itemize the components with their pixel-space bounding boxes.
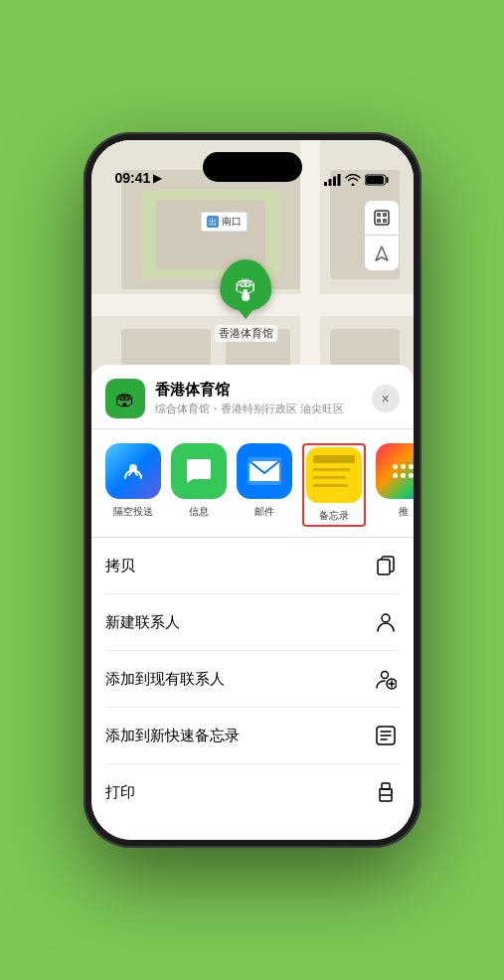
copy-icon bbox=[372, 552, 400, 579]
status-time: 09:41 ▶ bbox=[115, 170, 162, 186]
svg-rect-0 bbox=[324, 182, 327, 186]
note-icon bbox=[372, 722, 400, 749]
location-button[interactable] bbox=[364, 236, 400, 271]
map-south-entrance: 出 南口 bbox=[201, 212, 248, 232]
sheet-header: 🏟 香港体育馆 综合体育馆・香港特别行政区 油尖旺区 × bbox=[91, 365, 414, 429]
bottom-sheet: 🏟 香港体育馆 综合体育馆・香港特别行政区 油尖旺区 × bbox=[91, 365, 414, 840]
close-button[interactable]: × bbox=[372, 385, 400, 412]
airdrop-label: 隔空投送 bbox=[113, 505, 153, 519]
status-icons bbox=[324, 174, 390, 186]
new-contact-label: 新建联系人 bbox=[105, 613, 180, 632]
svg-rect-1 bbox=[328, 179, 331, 186]
more-label: 推 bbox=[399, 505, 409, 519]
svg-point-26 bbox=[381, 672, 388, 679]
person-add-icon bbox=[372, 665, 400, 693]
svg-rect-24 bbox=[378, 560, 390, 574]
messages-label: 信息 bbox=[189, 505, 209, 519]
location-arrow-icon bbox=[373, 245, 391, 262]
svg-rect-18 bbox=[383, 213, 387, 217]
share-airdrop[interactable]: 隔空投送 bbox=[105, 443, 161, 527]
venue-icon: 🏟 bbox=[105, 379, 145, 418]
svg-rect-35 bbox=[382, 783, 390, 789]
svg-rect-17 bbox=[377, 213, 381, 217]
action-print[interactable]: 打印 bbox=[105, 764, 400, 820]
battery-icon bbox=[365, 174, 390, 186]
share-notes[interactable]: 备忘录 bbox=[302, 443, 366, 527]
share-mail[interactable]: 邮件 bbox=[237, 443, 292, 527]
action-add-contact[interactable]: 添加到现有联系人 bbox=[105, 651, 400, 708]
map-label-text: 南口 bbox=[222, 215, 242, 229]
map-layers-icon bbox=[373, 209, 391, 227]
marker-label: 香港体育馆 bbox=[215, 325, 277, 342]
copy-label: 拷贝 bbox=[105, 557, 135, 575]
action-new-contact[interactable]: 新建联系人 bbox=[105, 594, 400, 651]
svg-rect-19 bbox=[377, 219, 381, 223]
signal-icon bbox=[324, 174, 341, 186]
map-label-icon: 出 bbox=[207, 216, 219, 228]
map-layers-button[interactable] bbox=[364, 200, 400, 236]
wifi-icon bbox=[345, 174, 361, 186]
svg-rect-20 bbox=[383, 219, 387, 223]
dynamic-island bbox=[203, 152, 302, 182]
svg-point-25 bbox=[382, 614, 390, 622]
share-apps-row: 隔空投送 信息 bbox=[91, 429, 414, 538]
quick-note-label: 添加到新快速备忘录 bbox=[105, 727, 240, 745]
mail-label: 邮件 bbox=[254, 505, 274, 519]
notes-label: 备忘录 bbox=[319, 509, 349, 523]
venue-subtitle: 综合体育馆・香港特别行政区 油尖旺区 bbox=[155, 402, 372, 416]
svg-rect-5 bbox=[366, 176, 384, 184]
marker-dot bbox=[242, 293, 250, 301]
airdrop-icon bbox=[105, 443, 161, 499]
mail-icon bbox=[237, 443, 292, 499]
more-icon bbox=[376, 443, 414, 499]
print-label: 打印 bbox=[105, 783, 135, 802]
action-list: 拷贝 新建联系人 bbox=[91, 538, 414, 820]
location-marker: 🏟 香港体育馆 bbox=[215, 259, 277, 342]
messages-icon bbox=[171, 443, 227, 499]
svg-rect-2 bbox=[333, 177, 336, 187]
time-display: 09:41 bbox=[115, 170, 151, 186]
phone-frame: 09:41 ▶ bbox=[84, 132, 421, 848]
svg-rect-34 bbox=[380, 795, 392, 801]
svg-point-36 bbox=[391, 791, 393, 793]
map-controls bbox=[364, 200, 400, 271]
svg-rect-3 bbox=[337, 174, 340, 186]
action-copy[interactable]: 拷贝 bbox=[105, 538, 400, 594]
share-messages[interactable]: 信息 bbox=[171, 443, 227, 527]
marker-pin: 🏟 bbox=[220, 259, 271, 311]
person-icon bbox=[372, 608, 400, 636]
phone-screen: 09:41 ▶ bbox=[91, 140, 414, 840]
add-contact-label: 添加到现有联系人 bbox=[105, 670, 225, 689]
printer-icon bbox=[372, 778, 400, 806]
location-arrow-icon: ▶ bbox=[153, 172, 161, 185]
action-quick-note[interactable]: 添加到新快速备忘录 bbox=[105, 708, 400, 764]
venue-name: 香港体育馆 bbox=[155, 381, 372, 400]
venue-info: 香港体育馆 综合体育馆・香港特别行政区 油尖旺区 bbox=[155, 381, 372, 416]
notes-icon bbox=[306, 447, 362, 503]
share-more[interactable]: 推 bbox=[376, 443, 414, 527]
